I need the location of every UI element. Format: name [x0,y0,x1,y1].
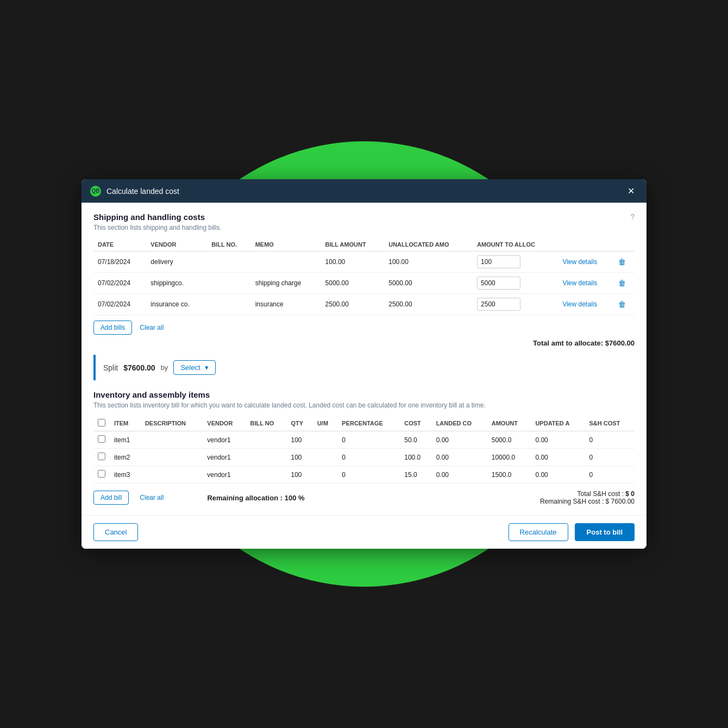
add-bills-button[interactable]: Add bills [93,321,132,335]
inv-percentage-1: 0 [337,449,400,466]
inv-um-0 [313,431,337,449]
inv-col-cost: COST [400,416,431,431]
add-bill-button[interactable]: Add bill [93,491,129,505]
total-sh-label: Total S&H cost : [578,490,624,498]
amount-input-0[interactable] [477,255,520,268]
inv-qty-2: 100 [286,466,312,484]
trash-icon-0[interactable]: 🗑 [618,258,626,266]
shipping-section-title: Shipping and handling costs [93,212,635,222]
shipping-amount-1[interactable] [473,273,558,294]
inv-col-percentage: PERCENTAGE [337,416,400,431]
inv-vendor-2: vendor1 [203,466,246,484]
col-vendor: VENDOR [146,238,207,252]
col-delete [614,238,635,252]
inv-updateda-1: 0.00 [531,449,585,466]
modal-header: QB Calculate landed cost ✕ [81,179,647,203]
shipping-unallocated-1: 5000.00 [384,273,473,294]
total-allocate-text: Total amt to allocate: $7600.00 [93,339,635,347]
view-details-link-1[interactable]: View details [562,279,597,287]
inv-col-shcost: S&H COST [585,416,635,431]
shipping-section: Shipping and handling costs This section… [93,212,635,347]
inventory-section-title: Inventory and assembly items [93,390,635,399]
remaining-allocation-text: Remaining allocation : 100 % [207,494,304,502]
shipping-table-row: 07/02/2024 insurance co. insurance 2500.… [93,294,635,315]
inv-col-desc: DESCRIPTION [141,416,203,431]
col-actions [558,238,613,252]
shipping-section-desc: This section lists shipping and handling… [93,224,635,231]
shipping-vendor-2: insurance co. [146,294,207,315]
cancel-button[interactable]: Cancel [93,523,138,541]
inv-billno-1 [246,449,286,466]
shipping-date-1: 07/02/2024 [93,273,146,294]
footer-right: Recalculate Post to bill [509,523,635,541]
shipping-billamount-0: 100.00 [321,252,385,273]
delete-0[interactable]: 🗑 [614,252,635,273]
shipping-billamount-1: 5000.00 [321,273,385,294]
sh-cost-summary: Total S&H cost : $ 0 Remaining S&H cost … [540,490,635,505]
shipping-clear-all-link[interactable]: Clear all [140,324,164,331]
inv-checkbox-2[interactable] [98,470,105,478]
split-select-dropdown[interactable]: Select ▾ [173,360,215,375]
inv-qty-1: 100 [286,449,312,466]
inv-amount-2: 1500.0 [487,466,531,484]
view-details-2[interactable]: View details [558,294,613,315]
delete-2[interactable]: 🗑 [614,294,635,315]
delete-1[interactable]: 🗑 [614,273,635,294]
split-amount: $7600.00 [123,363,155,372]
inv-updateda-0: 0.00 [531,431,585,449]
amount-input-1[interactable] [477,277,520,290]
shipping-vendor-1: shippingco. [146,273,207,294]
modal-title: Calculate landed cost [106,187,179,196]
shipping-billno-1 [207,273,250,294]
trash-icon-2[interactable]: 🗑 [618,300,626,309]
view-details-1[interactable]: View details [558,273,613,294]
shipping-unallocated-2: 2500.00 [384,294,473,315]
amount-input-2[interactable] [477,298,520,311]
split-label: Split [103,363,118,372]
inv-col-billno: BILL NO [246,416,286,431]
trash-icon-1[interactable]: 🗑 [618,279,626,287]
view-details-link-0[interactable]: View details [562,258,597,266]
inventory-table: ITEM DESCRIPTION VENDOR BILL NO QTY U/M … [93,416,635,484]
shipping-amount-0[interactable] [473,252,558,273]
inv-checkbox-0[interactable] [98,435,105,443]
shipping-table: DATE VENDOR BILL NO. MEMO BILL AMOUNT UN… [93,238,635,315]
inventory-clear-all-link[interactable]: Clear all [140,494,164,501]
qb-logo-icon: QB [90,186,101,197]
post-to-bill-button[interactable]: Post to bill [575,523,635,541]
shipping-date-2: 07/02/2024 [93,294,146,315]
inv-col-amount: AMOUNT [487,416,531,431]
shipping-date-0: 07/18/2024 [93,252,146,273]
inv-col-vendor: VENDOR [203,416,246,431]
modal-close-button[interactable]: ✕ [624,185,638,197]
shipping-amount-2[interactable] [473,294,558,315]
inventory-table-row: item2 vendor1 100 0 100.0 0.00 10000.0 0… [93,449,635,466]
inv-col-updateda: UPDATED A [531,416,585,431]
inv-updateda-2: 0.00 [531,466,585,484]
inv-checkbox-1[interactable] [98,453,105,460]
split-section: Split $7600.00 by Select ▾ [93,355,635,380]
chevron-down-icon: ▾ [205,363,209,372]
help-icon[interactable]: ? [630,212,635,221]
select-all-checkbox[interactable] [98,419,105,426]
inv-billno-0 [246,431,286,449]
inv-percentage-0: 0 [337,431,400,449]
inv-shcost-1: 0 [585,449,635,466]
remaining-sh-label: Remaining S&H cost : $ 7600.00 [540,498,635,505]
inv-landedcost-2: 0.00 [432,466,487,484]
view-details-0[interactable]: View details [558,252,613,273]
inv-cost-1: 100.0 [400,449,431,466]
inv-desc-2 [141,466,203,484]
inv-qty-0: 100 [286,431,312,449]
inv-col-qty: QTY [286,416,312,431]
inv-desc-0 [141,431,203,449]
modal-footer: Cancel Recalculate Post to bill [81,515,647,549]
inv-col-item: ITEM [110,416,141,431]
col-amount-alloc: AMOUNT TO ALLOC [473,238,558,252]
inv-amount-1: 10000.0 [487,449,531,466]
recalculate-button[interactable]: Recalculate [509,523,568,541]
inventory-section-desc: This section lists inventory bill for wh… [93,401,635,409]
view-details-link-2[interactable]: View details [562,300,597,308]
inv-cost-2: 15.0 [400,466,431,484]
inv-col-um: U/M [313,416,337,431]
